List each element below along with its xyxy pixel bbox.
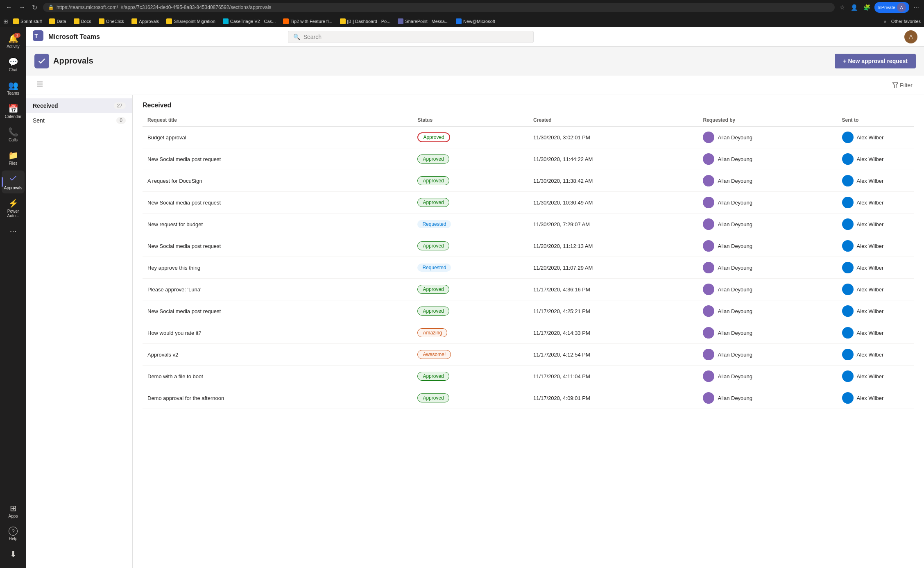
- recipient-name: Alex Wilber: [857, 221, 884, 227]
- recipient-avatar: [842, 153, 854, 165]
- sidebar-item-download[interactable]: ⬇: [2, 546, 25, 563]
- sidebar-item-calls[interactable]: 📞 Calls: [2, 124, 25, 145]
- sidebar-item-power-automate[interactable]: ⚡ Power Auto...: [2, 195, 25, 221]
- recipient-avatar: [842, 197, 854, 208]
- status-badge: Approved: [417, 198, 449, 207]
- bookmark-new-microsoft[interactable]: New@Microsoft: [453, 18, 498, 25]
- search-bar[interactable]: 🔍: [288, 31, 534, 43]
- address-bar[interactable]: 🔒 https://teams.microsoft.com/_#/apps/7c…: [43, 3, 835, 12]
- bookmark-label: [BI] Dashboard - Po...: [347, 19, 391, 24]
- bookmark-tip2[interactable]: Tip2 with Feature fl...: [281, 18, 335, 25]
- bookmark-bi-dashboard[interactable]: [BI] Dashboard - Po...: [337, 18, 393, 25]
- bookmark-icon: [456, 18, 462, 24]
- requester-avatar: [703, 240, 714, 252]
- sidebar-item-teams[interactable]: 👥 Teams: [2, 77, 25, 99]
- svg-point-57: [844, 400, 852, 404]
- cell-title: Budget approval: [143, 127, 412, 148]
- requester-name: Allan Deyoung: [718, 308, 752, 314]
- cell-requested-by: Allan Deyoung: [698, 300, 837, 322]
- cell-created: 11/17/2020, 4:36:16 PM: [528, 279, 698, 300]
- table-row[interactable]: New Social media post request Approved 1…: [143, 300, 914, 322]
- table-row[interactable]: Please approve: 'Luna' Approved 11/17/20…: [143, 279, 914, 300]
- cell-requested-by: Allan Deyoung: [698, 235, 837, 257]
- sidebar-item-activity[interactable]: 1 🔔 Activity: [2, 30, 25, 52]
- user-avatar[interactable]: A: [904, 30, 917, 43]
- cell-title: New request for budget: [143, 214, 412, 235]
- requester-avatar: [703, 392, 714, 404]
- table-row[interactable]: Demo approval for the afternoon Approved…: [143, 387, 914, 409]
- status-badge: Approved: [417, 241, 449, 250]
- table-row[interactable]: Demo with a file to boot Approved 11/17/…: [143, 366, 914, 387]
- svg-point-31: [704, 269, 713, 273]
- browser-nav-buttons: ← → ↻: [3, 3, 40, 12]
- svg-point-56: [845, 394, 850, 399]
- sent-label: Sent: [33, 117, 45, 124]
- svg-point-51: [704, 378, 713, 382]
- recipient-name: Alex Wilber: [857, 243, 884, 249]
- sidebar-item-calendar[interactable]: 📅 Calendar: [2, 100, 25, 122]
- forward-button[interactable]: →: [16, 3, 28, 12]
- table-row[interactable]: Approvals v2 Awesome! 11/17/2020, 4:12:5…: [143, 344, 914, 366]
- left-panel-sent[interactable]: Sent 0: [26, 113, 132, 128]
- table-row[interactable]: New request for budget Requested 11/30/2…: [143, 214, 914, 235]
- refresh-button[interactable]: ↻: [29, 3, 40, 12]
- cell-created: 11/17/2020, 4:12:54 PM: [528, 344, 698, 366]
- filter-button[interactable]: Filter: [889, 80, 916, 90]
- svg-point-22: [706, 220, 711, 225]
- table-row[interactable]: How would you rate it? Amazing 11/17/202…: [143, 322, 914, 344]
- sidebar-item-files[interactable]: 📁 Files: [2, 147, 25, 169]
- sidebar-label-chat: Chat: [9, 68, 17, 72]
- bookmark-casetriage[interactable]: CaseTriage V2 - Cas...: [220, 18, 278, 25]
- sidebar-label-apps: Apps: [9, 514, 18, 518]
- bookmark-sharepoint-migration[interactable]: Sharepoint Migration: [164, 18, 218, 25]
- menu-button[interactable]: ⋯: [912, 3, 921, 11]
- back-button[interactable]: ←: [3, 3, 15, 12]
- svg-point-45: [844, 334, 852, 339]
- left-panel-received[interactable]: Received 27: [26, 98, 132, 113]
- table-row[interactable]: New Social media post request Approved 1…: [143, 148, 914, 170]
- extensions-button[interactable]: 🧩: [862, 3, 872, 11]
- sidebar-item-help[interactable]: ? Help: [2, 523, 25, 544]
- table-row[interactable]: New Social media post request Approved 1…: [143, 192, 914, 214]
- svg-point-39: [704, 313, 713, 317]
- sidebar-item-chat[interactable]: 💬 Chat: [2, 54, 25, 75]
- cell-created: 11/17/2020, 4:09:01 PM: [528, 387, 698, 409]
- hamburger-button[interactable]: [34, 79, 45, 91]
- activity-badge: 1: [14, 33, 20, 38]
- bookmark-sharepoint[interactable]: SharePoint - Messa...: [395, 18, 451, 25]
- sidebar-item-apps[interactable]: ⊞ Apps: [2, 500, 25, 522]
- bookmarks-overflow[interactable]: »: [881, 18, 889, 25]
- table-row[interactable]: New Social media post request Approved 1…: [143, 235, 914, 257]
- bookmark-label: Tip2 with Feature fl...: [290, 19, 332, 24]
- recipient-name: Alex Wilber: [857, 286, 884, 293]
- svg-point-46: [706, 350, 711, 355]
- bookmark-icon: [13, 18, 19, 24]
- bookmark-data[interactable]: Data: [47, 18, 68, 25]
- sidebar-item-more[interactable]: ···: [2, 223, 25, 240]
- star-button[interactable]: ☆: [838, 3, 847, 11]
- approvals-list: Received Request title Status Created Re…: [133, 95, 924, 416]
- cell-sent-to: Alex Wilber: [837, 300, 914, 322]
- sidebar-item-approvals[interactable]: Approvals: [2, 170, 25, 193]
- recipient-avatar: [842, 240, 854, 252]
- profile-button[interactable]: 👤: [849, 3, 859, 11]
- new-approval-button[interactable]: + New approval request: [835, 54, 916, 68]
- filter-label: Filter: [900, 82, 913, 89]
- svg-point-44: [845, 329, 850, 334]
- bookmark-oneclick[interactable]: OneClick: [96, 18, 127, 25]
- teams-icon: 👥: [8, 80, 18, 90]
- requester-avatar: [703, 284, 714, 295]
- bookmark-sprint-stuff[interactable]: Sprint stuff: [11, 18, 44, 25]
- table-row[interactable]: A request for DocuSign Approved 11/30/20…: [143, 170, 914, 192]
- bookmark-approvals[interactable]: Approvals: [129, 18, 161, 25]
- table-row[interactable]: Budget approval Approved 11/30/2020, 3:0…: [143, 127, 914, 148]
- sidebar-label-files: Files: [9, 161, 17, 166]
- bookmark-docs[interactable]: Docs: [71, 18, 94, 25]
- active-indicator: [2, 177, 3, 187]
- svg-point-10: [706, 155, 711, 160]
- requester-name: Allan Deyoung: [718, 265, 752, 271]
- requester-name: Allan Deyoung: [718, 373, 752, 379]
- search-input[interactable]: [303, 34, 528, 40]
- table-row[interactable]: Hey approve this thing Requested 11/20/2…: [143, 257, 914, 279]
- cell-created: 11/17/2020, 4:25:21 PM: [528, 300, 698, 322]
